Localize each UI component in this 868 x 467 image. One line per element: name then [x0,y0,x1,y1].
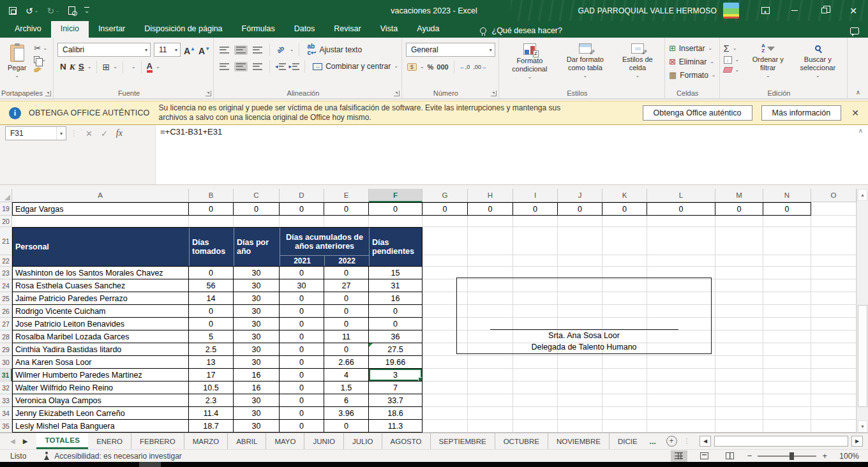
cell[interactable] [558,369,602,382]
cell[interactable] [468,407,513,420]
number-format-select[interactable]: General▾ [406,43,495,57]
collapse-ribbon-button[interactable]: ∧ [856,89,860,96]
account-name[interactable]: GAD PARROQUIAL VALLE HERMOSO [578,6,717,15]
cell-name[interactable]: Cinthia Yadira Bastidas litardo [12,343,189,356]
cell[interactable]: 0 [189,267,234,279]
format-cells-button[interactable]: ▦ Formato ⌄ [669,68,716,82]
row-header-23[interactable]: 23 [0,267,12,279]
minimize-button[interactable] [780,0,809,21]
cell-styles-button[interactable]: Estilos de celda ⌄ [614,41,661,87]
scroll-right-icon[interactable]: ▶ [851,436,863,447]
cell[interactable] [715,216,763,227]
sheet-tab-octubre[interactable]: OCTUBRE [495,433,548,449]
format-as-table-button[interactable]: Dar formato como tabla ⌄ [557,41,614,87]
cut-button[interactable]: ✂ ⌄ [34,45,47,52]
cell[interactable] [763,255,811,267]
sheet-tab-julio[interactable]: JULIO [343,433,382,449]
cell[interactable] [602,216,647,227]
cell[interactable] [423,369,468,382]
cell[interactable] [558,420,602,433]
format-painter-button[interactable] [34,67,47,72]
cell[interactable] [647,255,715,267]
row-header-34[interactable]: 34 [0,407,12,420]
cell[interactable] [715,330,763,343]
conditional-formatting-button[interactable]: Formato condicional ⌄ [503,41,557,87]
align-top-button[interactable] [218,45,231,55]
cell[interactable] [763,382,811,394]
cell[interactable]: 0 [280,318,324,330]
cell[interactable] [763,267,811,279]
sheet-tab-totales[interactable]: TOTALES [36,433,88,449]
cell[interactable]: 56 [189,279,234,292]
cell[interactable]: 36 [369,330,423,343]
cell-name[interactable]: Rodrigo Vicente Cuicham [12,305,189,318]
row-header-25[interactable]: 25 [0,292,12,305]
cell-name[interactable]: Jaime Patricio Paredes Perrazo [12,292,189,305]
cell[interactable] [423,420,468,433]
font-color-button[interactable]: A [147,62,153,73]
cell[interactable]: 0 [189,318,234,330]
align-middle-button[interactable] [234,45,248,55]
cell[interactable] [513,407,558,420]
cell[interactable]: 30 [234,318,280,330]
cell[interactable] [468,369,513,382]
cell[interactable] [715,292,763,305]
cell[interactable] [602,255,647,267]
cell[interactable]: 0 [763,202,811,216]
cell[interactable]: 0 [280,356,324,369]
row-header-20[interactable]: 20 [0,216,12,227]
next-sheet-icon[interactable]: ▶ [23,438,28,445]
cell[interactable] [647,216,715,227]
row-header-26[interactable]: 26 [0,305,12,318]
cell[interactable]: 31 [369,279,423,292]
confirm-entry-icon[interactable]: ✓ [101,129,108,138]
cell[interactable] [558,394,602,407]
clear-button[interactable]: ⌄ [724,67,740,73]
ribbon-display-options-button[interactable]: ▲ [751,0,780,21]
merge-center-button[interactable]: ↔ Combinar y centrar ⌄ [313,62,398,71]
sheet-tab-agosto[interactable]: AGOSTO [382,433,430,449]
cell[interactable]: 1.5 [324,382,369,394]
cell[interactable] [763,330,811,343]
cell[interactable] [647,356,715,369]
cell[interactable] [715,369,763,382]
cell[interactable] [324,216,369,227]
cell[interactable]: 0 [280,369,324,382]
vertical-scrollbar[interactable]: ▲ ▼ [857,189,868,433]
bold-button[interactable]: N [60,62,66,72]
ribbon-tab-disposicion-de-pagina[interactable]: Disposición de página [135,21,232,38]
cell[interactable]: 11 [324,330,369,343]
cell[interactable] [811,227,857,255]
cell[interactable]: 0 [324,343,369,356]
row-header-35[interactable]: 35 [0,420,12,433]
cell[interactable] [513,356,558,369]
cell[interactable] [811,216,857,227]
cell[interactable] [763,318,811,330]
cell[interactable] [189,216,234,227]
increase-indent-button[interactable]: ▸ [289,63,300,70]
cell[interactable]: 0 [280,202,324,216]
align-left-button[interactable] [218,62,231,71]
cell[interactable] [602,407,647,420]
cell[interactable]: 15 [369,267,423,279]
cell[interactable]: 30 [234,305,280,318]
customize-qat-button[interactable]: ⌄ [84,7,89,14]
cell[interactable] [811,279,857,292]
cell[interactable] [468,382,513,394]
cell[interactable] [513,369,558,382]
cell[interactable] [513,382,558,394]
cell[interactable]: 0 [280,407,324,420]
cell[interactable]: 10.5 [189,382,234,394]
increase-font-size-button[interactable]: A▲ [184,45,195,56]
orientation-button[interactable]: ab [275,45,287,54]
cell[interactable] [763,369,811,382]
row-header-29[interactable]: 29 [0,343,12,356]
cell[interactable]: 0 [280,305,324,318]
cell[interactable] [369,216,423,227]
row-header-32[interactable]: 32 [0,382,12,394]
cell[interactable] [715,420,763,433]
cell[interactable]: 2.3 [189,394,234,407]
ribbon-tab-inicio[interactable]: Inicio [51,21,89,38]
cell[interactable]: 11.4 [189,407,234,420]
cell[interactable] [513,394,558,407]
